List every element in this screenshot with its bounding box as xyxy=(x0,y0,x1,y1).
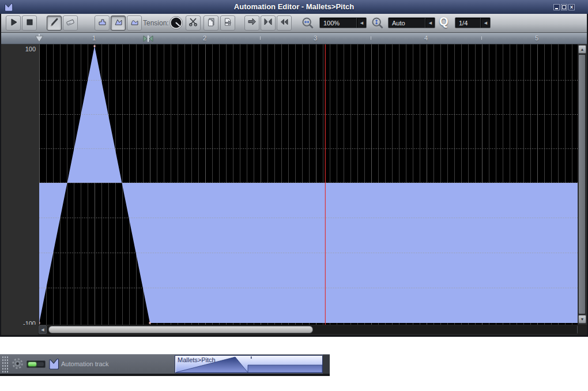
tension-label: Tension: xyxy=(143,19,169,27)
stop-icon xyxy=(25,17,35,29)
scrollbar-corner xyxy=(578,325,587,335)
paste-button[interactable] xyxy=(220,16,235,31)
flip-horizontal-button[interactable] xyxy=(261,16,276,31)
rewind-button[interactable] xyxy=(277,16,292,31)
track-name-label[interactable]: Automation track xyxy=(61,360,109,367)
copy-icon xyxy=(206,17,216,29)
zoom-y-icon xyxy=(371,17,384,32)
zoom-y-value: Auto xyxy=(389,20,425,27)
timeline-tick xyxy=(371,36,371,40)
copy-button[interactable] xyxy=(203,16,218,31)
combobox-arrow-icon: ◀ xyxy=(425,18,435,28)
erase-mode-button[interactable] xyxy=(63,16,78,31)
shift-forward-button[interactable] xyxy=(244,16,259,31)
tension-knob[interactable] xyxy=(169,16,183,32)
cubic-hermite-progression-icon xyxy=(130,17,140,29)
cut-button[interactable] xyxy=(186,16,201,31)
horizontal-scrollbar-thumb[interactable] xyxy=(48,326,313,333)
close-button[interactable]: × xyxy=(568,4,575,10)
timeline-bar-label: 5 xyxy=(535,35,538,42)
vertical-scrollbar[interactable]: ▲ ▼ xyxy=(578,44,587,325)
automation-track-icon xyxy=(48,358,60,373)
vertical-scrollbar-thumb[interactable] xyxy=(578,54,586,314)
draw-mode-button[interactable] xyxy=(47,16,62,31)
playback-start-marker[interactable] xyxy=(35,34,44,46)
pencil-icon xyxy=(49,17,59,29)
timeline[interactable]: 12345 xyxy=(1,33,587,44)
scissors-icon xyxy=(188,17,198,29)
value-axis-max: 100 xyxy=(6,46,36,52)
timeline-bar-label: 2 xyxy=(203,35,206,42)
minimize-icon xyxy=(555,8,558,9)
stop-button[interactable] xyxy=(22,16,37,31)
zoom-x-combobox[interactable]: 100% ◀ xyxy=(319,17,367,28)
track-solo-led[interactable] xyxy=(37,362,44,366)
automation-track-widget: Automation track xyxy=(0,354,330,376)
scroll-left-button[interactable]: ◀ xyxy=(39,325,47,334)
maximize-button[interactable] xyxy=(561,4,567,10)
flip-horizontal-icon xyxy=(263,17,273,29)
timeline-tick xyxy=(260,36,261,40)
scrollbar-corner xyxy=(1,325,38,335)
maximize-icon xyxy=(562,5,566,9)
horizontal-scrollbar[interactable]: ◀ ▶ xyxy=(1,325,587,335)
arrow-down-icon: ▼ xyxy=(581,317,585,321)
minimize-button[interactable] xyxy=(553,4,560,10)
loop-marker[interactable] xyxy=(142,35,154,45)
window-title: Automation Editor - Mallets>Pitch xyxy=(0,0,588,14)
pattern-name-label: Mallets>Pitch xyxy=(178,356,216,363)
zoom-y-combobox[interactable]: Auto ◀ xyxy=(388,17,435,28)
track-mute-led[interactable] xyxy=(28,362,36,366)
arrow-left-icon: ◀ xyxy=(41,328,44,332)
track-gear-button[interactable] xyxy=(12,358,24,372)
paste-icon xyxy=(223,17,233,29)
arrow-right-icon xyxy=(247,17,257,29)
timeline-bar-label: 4 xyxy=(424,35,428,42)
quantize-symbol: Q xyxy=(439,15,448,28)
combobox-arrow-icon: ◀ xyxy=(357,18,366,28)
toolbar: Tension: xyxy=(1,14,587,33)
screen: Automation Editor - Mallets>Pitch × xyxy=(0,0,588,391)
track-row: Automation track xyxy=(0,354,330,374)
titlebar[interactable]: Automation Editor - Mallets>Pitch × xyxy=(0,0,588,14)
quantize-combobox[interactable]: 1/4 ◀ xyxy=(455,17,491,28)
automation-canvas[interactable] xyxy=(39,44,578,325)
close-icon: × xyxy=(570,4,574,10)
track-row-cap xyxy=(323,355,330,374)
play-icon xyxy=(9,17,18,29)
discrete-progression-icon xyxy=(97,17,107,29)
timeline-bar-label: 1 xyxy=(92,35,96,42)
automation-pattern-segment[interactable]: Mallets>Pitch xyxy=(175,355,323,373)
value-axis-gutter: 100 -100 xyxy=(1,44,39,325)
linear-progression-button[interactable] xyxy=(111,16,126,31)
timeline-bar-label: 3 xyxy=(314,35,317,42)
linear-progression-icon xyxy=(114,17,123,29)
play-button[interactable] xyxy=(6,16,21,31)
cubic-hermite-progression-button[interactable] xyxy=(127,16,142,31)
eraser-icon xyxy=(65,17,76,29)
track-led-box xyxy=(27,360,46,368)
automation-editor-window: Automation Editor - Mallets>Pitch × xyxy=(0,0,588,337)
arrow-up-icon: ▲ xyxy=(581,47,585,51)
scroll-down-button[interactable]: ▼ xyxy=(578,315,586,324)
track-shadow xyxy=(0,374,330,376)
double-left-arrow-icon xyxy=(279,17,289,29)
scroll-up-button[interactable]: ▲ xyxy=(578,45,586,54)
combobox-arrow-icon: ◀ xyxy=(481,18,490,28)
quantize-value: 1/4 xyxy=(455,20,481,27)
zoom-x-value: 100% xyxy=(320,20,357,27)
discrete-progression-button[interactable] xyxy=(95,16,110,31)
zoom-x-icon xyxy=(301,17,314,32)
timeline-tick xyxy=(481,36,482,40)
track-grip-handle[interactable] xyxy=(2,356,9,373)
